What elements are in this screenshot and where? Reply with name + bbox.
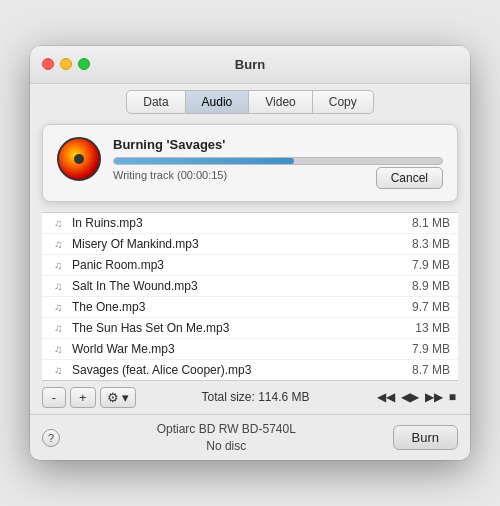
file-name: Salt In The Wound.mp3	[72, 279, 395, 293]
file-size: 8.1 MB	[395, 216, 450, 230]
file-row[interactable]: ♫ World War Me.mp3 7.9 MB	[42, 339, 458, 360]
file-name: Savages (feat. Alice Cooper).mp3	[72, 363, 395, 377]
skip-back-button[interactable]: ◀▶	[399, 390, 421, 404]
burn-window: Burn Data Audio Video Copy Burning 'Sava…	[30, 46, 470, 461]
file-audio-icon: ♫	[50, 215, 66, 231]
tab-audio[interactable]: Audio	[186, 90, 250, 114]
play-button[interactable]: ▶▶	[423, 390, 445, 404]
minimize-button[interactable]	[60, 58, 72, 70]
maximize-button[interactable]	[78, 58, 90, 70]
file-size: 7.9 MB	[395, 258, 450, 272]
file-audio-icon: ♫	[50, 362, 66, 378]
file-audio-icon: ♫	[50, 341, 66, 357]
file-size: 8.7 MB	[395, 363, 450, 377]
file-row[interactable]: ♫ Misery Of Mankind.mp3 8.3 MB	[42, 234, 458, 255]
file-name: The Sun Has Set On Me.mp3	[72, 321, 395, 335]
file-size: 9.7 MB	[395, 300, 450, 314]
file-row[interactable]: ♫ Savages (feat. Alice Cooper).mp3 8.7 M…	[42, 360, 458, 380]
close-button[interactable]	[42, 58, 54, 70]
traffic-lights	[42, 58, 90, 70]
file-row[interactable]: ♫ Salt In The Wound.mp3 8.9 MB	[42, 276, 458, 297]
drive-bar: ? Optiarc BD RW BD-5740L No disc Burn	[30, 414, 470, 461]
disc-fire-icon	[57, 137, 101, 181]
file-audio-icon: ♫	[50, 257, 66, 273]
burn-title: Burning 'Savages'	[113, 137, 443, 152]
total-size-label: Total size: 114.6 MB	[140, 390, 371, 404]
burn-progress-overlay: Burning 'Savages' Writing track (00:00:1…	[42, 124, 458, 202]
file-row[interactable]: ♫ In Ruins.mp3 8.1 MB	[42, 213, 458, 234]
file-size: 8.3 MB	[395, 237, 450, 251]
tab-bar: Data Audio Video Copy	[30, 84, 470, 114]
file-list: ♫ In Ruins.mp3 8.1 MB ♫ Misery Of Mankin…	[42, 212, 458, 381]
remove-button[interactable]: -	[42, 387, 66, 408]
tab-data[interactable]: Data	[126, 90, 185, 114]
playback-controls: ◀◀ ◀▶ ▶▶ ■	[375, 390, 458, 404]
rewind-button[interactable]: ◀◀	[375, 390, 397, 404]
burn-button[interactable]: Burn	[393, 425, 458, 450]
file-row[interactable]: ♫ The Sun Has Set On Me.mp3 13 MB	[42, 318, 458, 339]
file-name: The One.mp3	[72, 300, 395, 314]
bottom-toolbar: - + ⚙ ▾ Total size: 114.6 MB ◀◀ ◀▶ ▶▶ ■	[30, 381, 470, 414]
window-title: Burn	[235, 57, 265, 72]
progress-bar-fill	[114, 158, 294, 164]
file-size: 8.9 MB	[395, 279, 450, 293]
drive-name: Optiarc BD RW BD-5740L	[60, 421, 393, 438]
stop-button[interactable]: ■	[447, 390, 458, 404]
tab-copy[interactable]: Copy	[313, 90, 374, 114]
file-name: Misery Of Mankind.mp3	[72, 237, 395, 251]
file-row[interactable]: ♫ Panic Room.mp3 7.9 MB	[42, 255, 458, 276]
file-audio-icon: ♫	[50, 299, 66, 315]
tab-video[interactable]: Video	[249, 90, 312, 114]
file-audio-icon: ♫	[50, 278, 66, 294]
drive-info: Optiarc BD RW BD-5740L No disc	[60, 421, 393, 455]
file-name: Panic Room.mp3	[72, 258, 395, 272]
progress-bar-container	[113, 157, 443, 165]
disc-status: No disc	[60, 438, 393, 455]
file-audio-icon: ♫	[50, 320, 66, 336]
file-size: 7.9 MB	[395, 342, 450, 356]
cancel-button[interactable]: Cancel	[376, 167, 443, 189]
file-size: 13 MB	[395, 321, 450, 335]
settings-button[interactable]: ⚙ ▾	[100, 387, 137, 408]
file-name: In Ruins.mp3	[72, 216, 395, 230]
help-button[interactable]: ?	[42, 429, 60, 447]
title-bar: Burn	[30, 46, 470, 84]
add-button[interactable]: +	[70, 387, 96, 408]
file-row[interactable]: ♫ The One.mp3 9.7 MB	[42, 297, 458, 318]
file-audio-icon: ♫	[50, 236, 66, 252]
file-name: World War Me.mp3	[72, 342, 395, 356]
